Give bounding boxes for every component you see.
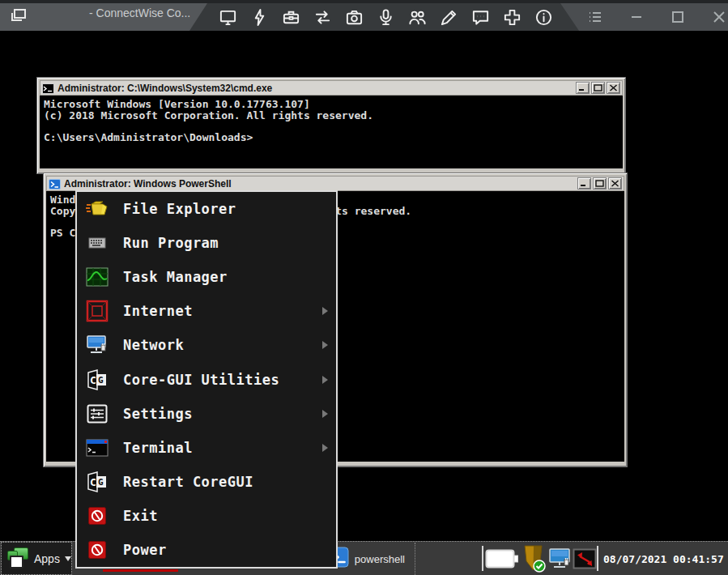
display-resolution-icon[interactable]: [572, 542, 598, 575]
cmd-icon: [42, 83, 54, 93]
menu-item-terminal[interactable]: Terminal: [77, 431, 336, 465]
menu-item-power[interactable]: Power: [77, 533, 336, 567]
menu-item-restart-coregui[interactable]: CG Restart CoreGUI: [77, 465, 336, 499]
menu-item-label: Restart CoreGUI: [123, 474, 253, 490]
connectwise-titlebar: - ConnectWise Co...: [0, 0, 728, 31]
monitor-icon[interactable]: [219, 8, 237, 27]
window-controls: [556, 3, 728, 31]
powershell-window-title: Administrator: Windows PowerShell: [64, 178, 577, 190]
terminal-line: [44, 121, 622, 132]
apps-menu: File Explorer Run Program Task Manager I…: [75, 190, 338, 569]
submenu-arrow-icon: [322, 376, 328, 384]
ps-minimize-button[interactable]: [577, 177, 591, 190]
settings-icon: [85, 402, 109, 425]
camera-icon[interactable]: [345, 8, 364, 27]
terminal-icon: [85, 437, 109, 459]
cmd-titlebar[interactable]: Administrator: C:\Windows\System32\cmd.e…: [40, 80, 623, 96]
session-windows-icon: [10, 7, 28, 27]
ps-maximize-button[interactable]: [593, 177, 607, 190]
menu-accent-line: [103, 569, 178, 572]
chevron-down-icon: [65, 556, 71, 561]
menu-item-label: Terminal: [123, 440, 193, 456]
internet-icon: [85, 300, 109, 322]
pencil-icon[interactable]: [440, 8, 458, 27]
battery-icon[interactable]: [484, 542, 520, 575]
terminal-line: Microsoft Windows [Version 10.0.17763.10…: [44, 99, 622, 110]
taskbar-item-label: powershell: [355, 553, 405, 565]
plus-icon[interactable]: [503, 8, 522, 27]
apps-button-label: Apps: [34, 552, 60, 565]
security-shield-icon[interactable]: [522, 542, 547, 575]
microphone-icon[interactable]: [377, 8, 395, 27]
task-manager-icon: [85, 266, 109, 288]
submenu-arrow-icon: [322, 444, 328, 452]
menu-item-exit[interactable]: Exit: [77, 499, 336, 533]
submenu-arrow-icon: [322, 307, 328, 315]
terminal-line: (c) 2018 Microsoft Corporation. All righ…: [44, 110, 622, 121]
menu-item-file-explorer[interactable]: File Explorer: [77, 192, 336, 226]
cmd-maximize-button[interactable]: [591, 82, 605, 94]
cmd-minimize-button[interactable]: [576, 82, 590, 94]
submenu-arrow-icon: [322, 410, 328, 418]
menu-item-label: Core-GUI Utilities: [123, 372, 279, 388]
cmd-window-title: Administrator: C:\Windows\System32\cmd.e…: [57, 83, 576, 94]
coregui-icon: CG: [85, 471, 109, 493]
menu-item-internet[interactable]: Internet: [77, 294, 336, 328]
taskbar-item-powershell[interactable]: powershell: [328, 547, 415, 571]
lightning-icon[interactable]: [250, 8, 269, 27]
powershell-icon: [49, 178, 61, 189]
close-icon[interactable]: [711, 9, 727, 25]
menu-item-label: Power: [123, 542, 167, 558]
menu-item-settings[interactable]: Settings: [77, 397, 336, 431]
menu-item-label: Exit: [123, 508, 158, 524]
cmd-window[interactable]: Administrator: C:\Windows\System32\cmd.e…: [36, 77, 626, 174]
cmd-terminal-output[interactable]: Microsoft Windows [Version 10.0.17763.10…: [40, 96, 623, 168]
cmd-close-button[interactable]: [607, 82, 620, 94]
powershell-titlebar[interactable]: Administrator: Windows PowerShell: [46, 176, 624, 191]
ps-close-button[interactable]: [608, 177, 622, 190]
apps-icon: [6, 547, 30, 571]
menu-item-label: Settings: [123, 406, 193, 422]
connectwise-toolbar: [219, 3, 553, 31]
transfer-arrows-icon[interactable]: [313, 8, 332, 27]
submenu-arrow-icon: [322, 341, 328, 349]
menu-item-network[interactable]: Network: [77, 328, 336, 362]
svg-text:C: C: [90, 374, 96, 386]
tray-divider: [482, 546, 483, 571]
session-title: - ConnectWise Co...: [89, 6, 190, 19]
run-program-icon: [85, 232, 109, 254]
menu-item-label: Run Program: [123, 235, 219, 251]
remote-desktop-screen: - ConnectWise Co...: [0, 0, 728, 575]
menu-item-label: Network: [123, 337, 184, 353]
maximize-icon[interactable]: [670, 9, 686, 25]
terminal-line: C:\Users\Administrator\Downloads>: [44, 132, 622, 143]
network-monitor-icon[interactable]: [548, 542, 573, 575]
menu-item-run-program[interactable]: Run Program: [77, 226, 336, 260]
menu-item-coregui-utilities[interactable]: CG Core-GUI Utilities: [77, 362, 336, 396]
info-icon[interactable]: [534, 8, 553, 27]
menu-item-label: Task Manager: [123, 269, 228, 285]
power-icon: [85, 539, 109, 561]
apps-button[interactable]: Apps: [1, 542, 72, 575]
tray-divider: [597, 546, 598, 571]
file-explorer-icon: [85, 198, 109, 220]
svg-text:G: G: [98, 477, 104, 488]
people-icon[interactable]: [408, 8, 427, 27]
coregui-icon: CG: [85, 368, 109, 391]
menu-item-label: File Explorer: [123, 201, 236, 217]
menu-list-icon[interactable]: [587, 9, 603, 25]
svg-text:G: G: [98, 375, 104, 385]
taskbar-clock[interactable]: 08/07/2021 00:41:57: [603, 542, 728, 575]
svg-text:C: C: [90, 476, 96, 488]
menu-item-label: Internet: [123, 303, 193, 319]
toolbox-icon[interactable]: [282, 8, 300, 27]
network-icon: [85, 334, 109, 356]
power-icon: [85, 505, 109, 527]
menu-item-task-manager[interactable]: Task Manager: [77, 260, 336, 294]
chat-icon[interactable]: [471, 8, 490, 27]
minimize-icon[interactable]: [628, 9, 645, 25]
